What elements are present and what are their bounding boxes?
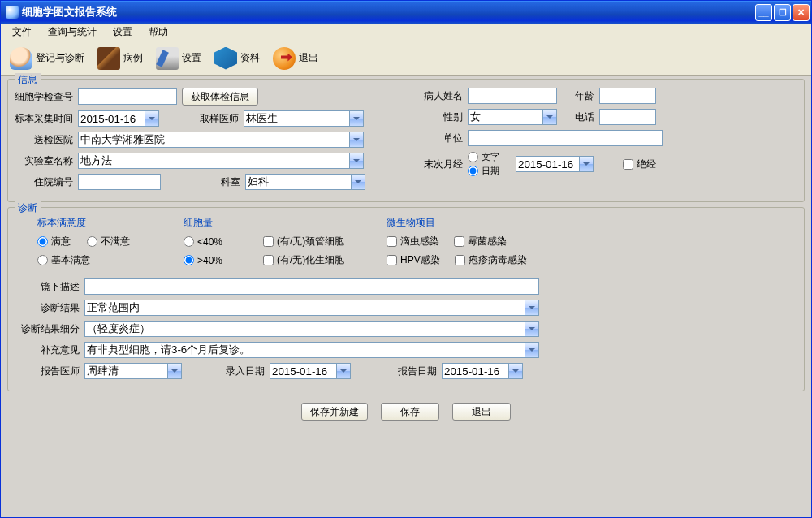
micro-desc-label: 镜下描述 (15, 280, 80, 294)
chevron-down-icon[interactable] (579, 157, 593, 171)
chevron-down-icon[interactable] (525, 322, 538, 336)
result-combo[interactable] (84, 300, 539, 316)
age-input[interactable] (599, 88, 656, 104)
sex-combo[interactable] (468, 109, 557, 125)
department-combo[interactable] (245, 174, 365, 190)
chevron-down-icon[interactable] (525, 343, 538, 357)
send-hospital-combo[interactable] (78, 132, 364, 148)
inpatient-no-input[interactable] (78, 174, 161, 190)
fungus-check[interactable]: 霉菌感染 (454, 235, 507, 248)
app-window: 细胞学图文报告系统 __ ☐ ✕ 文件 查询与统计 设置 帮助 登记与诊断 病例… (0, 0, 812, 518)
sampling-doctor-combo[interactable] (244, 110, 364, 127)
micro-desc-input[interactable] (84, 278, 539, 295)
entry-date-label: 录入日期 (187, 365, 265, 378)
phone-label: 电话 (562, 110, 594, 124)
herpes-check[interactable]: 疱疹病毒感染 (455, 253, 527, 267)
content-area: 信息 细胞学检查号 获取体检信息 标本采集时间 取样医师 送 (1, 76, 811, 517)
lp-text-radio[interactable]: 文字 (468, 151, 499, 163)
lab-name-combo[interactable] (78, 153, 364, 169)
lp-date-radio[interactable]: 日期 (468, 165, 499, 177)
unit-label: 单位 (414, 132, 463, 145)
menu-file[interactable]: 文件 (4, 24, 40, 41)
save-button[interactable]: 保存 (381, 403, 439, 421)
report-doctor-label: 报告医师 (15, 365, 80, 378)
save-new-button[interactable]: 保存并新建 (301, 403, 368, 421)
toolbar-settings[interactable]: 设置 (150, 45, 207, 72)
exam-no-label: 细胞学检查号 (15, 90, 73, 104)
toolbar-exit[interactable]: 退出 (267, 45, 324, 72)
exit-button[interactable]: 退出 (452, 403, 511, 421)
age-label: 年龄 (562, 89, 594, 103)
unit-input[interactable] (468, 130, 663, 146)
chevron-down-icon[interactable] (167, 364, 181, 378)
chevron-down-icon[interactable] (145, 111, 158, 126)
diag-fieldset: 诊断 标本满意度 满意 不满意 基本满意 细胞量 <40% (7, 207, 805, 391)
toolbar-case[interactable]: 病例 (92, 45, 149, 72)
toolbar-register[interactable]: 登记与诊断 (4, 45, 90, 72)
send-hospital-label: 送检医院 (15, 133, 73, 147)
chevron-down-icon[interactable] (349, 153, 363, 168)
extra-opinion-label: 补充意见 (15, 343, 80, 357)
collect-time-label: 标本采集时间 (15, 112, 73, 126)
amount-gt40-radio[interactable]: >40% (184, 255, 222, 266)
report-doctor-combo[interactable] (84, 363, 182, 379)
case-icon (97, 47, 120, 70)
trichomonad-check[interactable]: 滴虫感染 (387, 235, 439, 248)
result-detail-combo[interactable] (84, 321, 539, 337)
data-icon (214, 47, 237, 70)
toolbar-data[interactable]: 资料 (209, 45, 266, 72)
last-period-label: 末次月经 (414, 158, 463, 171)
toolbar: 登记与诊断 病例 设置 资料 退出 (1, 41, 811, 76)
sat-ok-radio[interactable]: 满意 (37, 235, 71, 248)
chevron-down-icon[interactable] (349, 132, 363, 147)
exam-no-input[interactable] (78, 88, 177, 105)
titlebar[interactable]: 细胞学图文报告系统 __ ☐ ✕ (1, 1, 811, 24)
patient-name-label: 病人姓名 (414, 89, 463, 103)
chevron-down-icon[interactable] (351, 175, 365, 189)
app-icon (6, 6, 19, 19)
menubar: 文件 查询与统计 设置 帮助 (1, 24, 811, 41)
sex-label: 性别 (414, 110, 463, 124)
report-date-label: 报告日期 (356, 365, 437, 378)
sat-basic-radio[interactable]: 基本满意 (37, 253, 90, 267)
result-label: 诊断结果 (15, 301, 80, 315)
exit-icon (273, 47, 296, 70)
department-label: 科室 (166, 175, 240, 189)
close-button[interactable]: ✕ (793, 4, 810, 21)
amount-lt40-radio[interactable]: <40% (184, 236, 222, 248)
menu-help[interactable]: 帮助 (140, 24, 176, 41)
chevron-down-icon[interactable] (542, 110, 556, 124)
sat-not-radio[interactable]: 不满意 (87, 235, 130, 248)
hyperplastic-check[interactable]: (有/无)化生细胞 (263, 253, 344, 267)
entry-date-combo[interactable] (270, 363, 351, 379)
report-date-combo[interactable] (442, 363, 523, 379)
endocervical-check[interactable]: (有/无)颈管细胞 (263, 235, 344, 248)
lab-name-label: 实验室名称 (15, 154, 73, 168)
phone-input[interactable] (599, 109, 656, 125)
result-detail-label: 诊断结果细分 (15, 322, 80, 336)
menu-settings[interactable]: 设置 (105, 24, 140, 41)
patient-name-input[interactable] (468, 88, 557, 104)
satisfaction-legend: 标本满意度 (37, 216, 159, 230)
minimize-button[interactable]: __ (755, 4, 772, 21)
menopause-check[interactable]: 绝经 (623, 158, 656, 171)
sampling-doctor-label: 取样医师 (164, 112, 239, 126)
maximize-button[interactable]: ☐ (774, 4, 791, 21)
cell-amount-legend: 细胞量 (184, 216, 362, 230)
chevron-down-icon[interactable] (336, 364, 350, 378)
hpv-check[interactable]: HPV感染 (387, 253, 440, 267)
diag-legend: 诊断 (15, 201, 41, 215)
collect-time-combo[interactable] (78, 110, 159, 127)
chevron-down-icon[interactable] (349, 111, 363, 126)
window-title: 细胞学图文报告系统 (22, 5, 755, 19)
chevron-down-icon[interactable] (525, 300, 538, 315)
chevron-down-icon[interactable] (508, 364, 522, 378)
menu-query[interactable]: 查询与统计 (40, 24, 105, 41)
inpatient-no-label: 住院编号 (15, 175, 73, 189)
register-icon (10, 47, 32, 70)
lp-date-combo[interactable] (516, 156, 594, 172)
fetch-info-button[interactable]: 获取体检信息 (182, 88, 258, 106)
extra-opinion-combo[interactable] (84, 342, 539, 358)
info-fieldset: 信息 细胞学检查号 获取体检信息 标本采集时间 取样医师 送 (7, 79, 805, 202)
info-legend: 信息 (15, 73, 41, 87)
